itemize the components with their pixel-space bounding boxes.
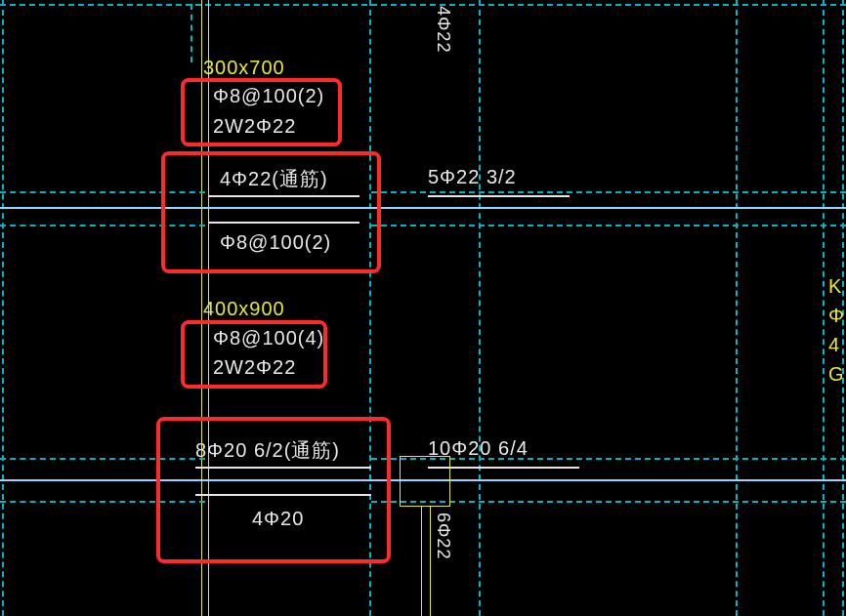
dashed-border-left bbox=[2, 0, 4, 616]
column-marker bbox=[400, 456, 450, 507]
col-bot-label: 6Φ22 bbox=[433, 513, 453, 559]
side-l3: 4 bbox=[828, 334, 840, 356]
column-axis-a bbox=[421, 507, 422, 616]
col-top-label: 4Φ22 bbox=[433, 6, 453, 53]
side-l1: K bbox=[828, 275, 842, 298]
grid-v-c bbox=[736, 0, 738, 616]
beam1-centerline bbox=[0, 207, 846, 209]
highlight-beam1-a bbox=[181, 78, 342, 146]
beam1-edge-bot bbox=[371, 225, 846, 226]
dashed-border-top bbox=[0, 4, 846, 6]
side-l4: G bbox=[828, 363, 845, 386]
beam1-edge-top bbox=[371, 191, 846, 193]
beam1-under-top-r bbox=[428, 195, 570, 197]
highlight-beam2-b bbox=[156, 417, 391, 563]
highlight-beam1-b bbox=[161, 151, 381, 273]
grid-v-b bbox=[479, 0, 481, 616]
column-axis-b bbox=[430, 507, 431, 616]
side-l2: Φ bbox=[828, 305, 845, 327]
beam2-right-topbar: 10Φ20 6/4 bbox=[428, 437, 529, 460]
beam1-right-topbar: 5Φ22 3/2 bbox=[428, 166, 517, 188]
beam1-size: 300x700 bbox=[203, 57, 285, 79]
beam2-size: 400x900 bbox=[203, 298, 285, 320]
highlight-beam2-a bbox=[181, 320, 327, 389]
grid-v-short bbox=[190, 4, 192, 62]
beam2-under-top-r bbox=[428, 467, 579, 469]
cad-viewport[interactable]: 4Φ22 300x700 Φ8@100(2) 2W2Φ22 4Φ22(通筋) 5… bbox=[0, 0, 846, 616]
grid-v-d bbox=[823, 0, 825, 616]
